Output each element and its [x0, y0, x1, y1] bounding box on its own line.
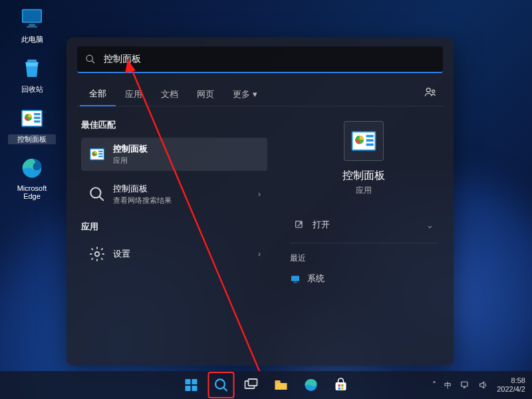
svg-point-22	[90, 188, 100, 198]
svg-point-24	[95, 252, 100, 257]
recent-label: 最近	[290, 253, 438, 264]
open-action[interactable]: 打开 ⌄	[290, 212, 438, 237]
desktop-icon-this-pc[interactable]: 此电脑	[8, 5, 56, 45]
desktop-icon-edge[interactable]: Microsoft Edge	[8, 155, 56, 200]
network-icon[interactable]	[460, 380, 470, 390]
taskbar-edge[interactable]	[298, 372, 325, 398]
svg-rect-51	[341, 388, 343, 390]
svg-rect-31	[296, 221, 302, 227]
section-best-match: 最佳匹配	[81, 120, 267, 131]
svg-rect-4	[27, 60, 37, 63]
control-panel-icon	[19, 105, 45, 132]
svg-rect-49	[341, 384, 343, 386]
taskbar-taskview[interactable]	[238, 372, 265, 398]
tab-web[interactable]: 网页	[188, 83, 223, 106]
search-bar[interactable]	[77, 47, 443, 73]
preview-pane: 控制面板 应用 打开 ⌄ 最近 系统	[274, 106, 454, 362]
tab-all[interactable]: 全部	[80, 82, 116, 106]
preview-title: 控制面板	[342, 169, 385, 183]
search-icon	[85, 54, 96, 65]
svg-rect-1	[23, 10, 41, 21]
result-settings[interactable]: 设置 ›	[81, 239, 267, 269]
svg-rect-9	[34, 117, 41, 119]
control-panel-icon	[344, 121, 384, 161]
recycle-bin-icon	[19, 55, 45, 82]
chevron-down-icon[interactable]: ⌄	[426, 220, 434, 230]
tab-more[interactable]: 更多 ▾	[223, 83, 267, 106]
svg-point-15	[432, 90, 435, 92]
recent-item-system[interactable]: 系统	[290, 271, 438, 287]
svg-rect-20	[98, 153, 103, 154]
svg-rect-28	[366, 135, 374, 138]
svg-rect-8	[34, 113, 41, 115]
svg-rect-10	[34, 120, 41, 122]
svg-rect-29	[366, 139, 374, 142]
chevron-right-icon: ›	[258, 190, 261, 199]
svg-line-23	[99, 196, 104, 201]
results-column: 最佳匹配 控制面板 应用 控制面板 查看网络搜索结果 ›	[66, 106, 274, 362]
result-web-search[interactable]: 控制面板 查看网络搜索结果 ›	[81, 178, 267, 211]
svg-rect-44	[249, 379, 257, 386]
svg-rect-37	[186, 379, 191, 384]
svg-rect-32	[291, 275, 299, 281]
volume-icon[interactable]	[478, 380, 489, 390]
svg-rect-30	[366, 144, 374, 146]
section-apps: 应用	[81, 221, 267, 233]
desktop-icon-control-panel[interactable]: 控制面板	[8, 105, 56, 144]
monitor-icon	[290, 274, 301, 285]
desktop-icons: 此电脑 回收站 控制面板 Microsoft Edge	[8, 5, 56, 211]
svg-rect-48	[338, 384, 340, 386]
taskbar-store[interactable]	[328, 372, 354, 398]
svg-rect-50	[338, 388, 340, 390]
desktop-icon-recycle-bin[interactable]: 回收站	[8, 55, 56, 94]
preview-subtitle: 应用	[356, 185, 372, 196]
tab-apps[interactable]: 应用	[116, 83, 152, 106]
tray-overflow[interactable]: ˄	[432, 380, 436, 390]
svg-rect-52	[462, 382, 467, 386]
svg-point-12	[86, 55, 92, 61]
taskbar-explorer[interactable]	[268, 372, 295, 398]
svg-rect-33	[294, 281, 297, 282]
taskbar-search[interactable]	[208, 372, 235, 398]
svg-rect-19	[98, 151, 103, 152]
svg-point-14	[426, 88, 430, 92]
monitor-icon	[19, 5, 45, 32]
chevron-right-icon: ›	[258, 249, 261, 259]
taskbar: ˄ 中 8:58 2022/4/2	[0, 371, 532, 399]
system-tray: ˄ 中 8:58 2022/4/2	[432, 376, 525, 393]
search-flyout: 全部 应用 文档 网页 更多 ▾ 最佳匹配 控制面板 应用	[66, 37, 454, 366]
svg-point-41	[215, 380, 225, 389]
result-control-panel-app[interactable]: 控制面板 应用	[81, 138, 267, 171]
control-panel-icon	[88, 145, 106, 164]
svg-line-42	[223, 388, 227, 392]
svg-rect-40	[192, 386, 198, 391]
gear-icon	[88, 245, 106, 263]
svg-rect-3	[27, 26, 37, 27]
svg-rect-47	[336, 382, 346, 390]
svg-rect-21	[98, 156, 103, 157]
edge-icon	[19, 155, 45, 182]
svg-rect-45	[275, 380, 281, 383]
svg-line-13	[92, 61, 94, 63]
tray-clock[interactable]: 8:58 2022/4/2	[497, 376, 525, 393]
tab-documents[interactable]: 文档	[152, 83, 188, 106]
search-input[interactable]	[102, 53, 435, 65]
svg-rect-34	[293, 282, 298, 283]
svg-rect-2	[29, 24, 35, 26]
taskbar-start[interactable]	[178, 372, 205, 398]
svg-rect-39	[186, 386, 191, 391]
tray-ime[interactable]: 中	[444, 380, 452, 390]
search-tabs: 全部 应用 文档 网页 更多 ▾	[76, 82, 444, 106]
svg-rect-38	[192, 379, 198, 384]
search-icon	[88, 185, 106, 203]
open-icon	[294, 219, 305, 230]
account-icon[interactable]	[423, 85, 438, 100]
